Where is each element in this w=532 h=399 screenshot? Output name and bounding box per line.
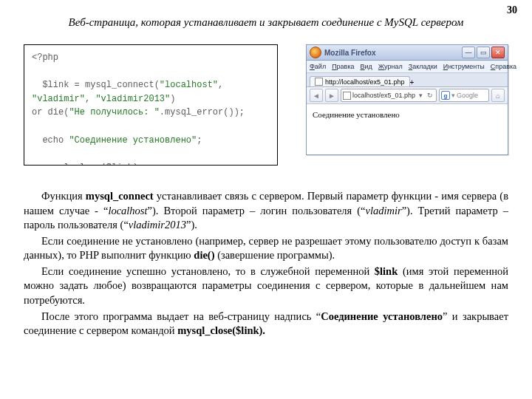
page-number: 30 <box>507 4 517 16</box>
titlebar: Mozilla Firefox — ▭ ✕ <box>307 45 508 61</box>
url-text: localhost/ex5_01.php <box>352 92 415 99</box>
paragraph: Если соединение не установлено (например… <box>24 234 508 263</box>
code-line: <?php <box>32 52 58 63</box>
page-content: Соединение установлено <box>307 104 508 125</box>
back-button[interactable]: ◄ <box>310 89 323 102</box>
menu-help[interactable]: Справка <box>491 63 516 70</box>
paragraph: Функция mysql_connect устанавливает связ… <box>24 189 508 233</box>
body-text: Функция mysql_connect устанавливает связ… <box>24 189 508 340</box>
firefox-icon <box>310 47 321 58</box>
minimize-button[interactable]: — <box>462 47 475 58</box>
browser-window: Mozilla Firefox — ▭ ✕ Файл Правка Вид Жу… <box>306 44 508 155</box>
menu-file[interactable]: Файл <box>310 63 326 70</box>
page-title: Веб-страница, которая устанавливает и за… <box>0 16 532 29</box>
nav-toolbar: ◄ ► localhost/ex5_01.php ▾ ↻ g ▾ Google … <box>307 87 508 104</box>
menu-edit[interactable]: Правка <box>332 63 354 70</box>
menu-bar: Файл Правка Вид Журнал Закладки Инструме… <box>307 61 508 73</box>
menu-view[interactable]: Вид <box>361 63 372 70</box>
addr-dropdown-icon[interactable]: ▾ <box>417 92 424 99</box>
addr-favicon <box>343 92 351 100</box>
maximize-button[interactable]: ▭ <box>477 47 490 58</box>
browser-tab[interactable]: http://localhost/ex5_01.php <box>310 76 410 86</box>
new-tab-button[interactable]: + <box>410 78 415 86</box>
menu-history[interactable]: Журнал <box>378 63 403 70</box>
close-button[interactable]: ✕ <box>491 47 505 58</box>
code-line: $link = mysql_connect( <box>32 80 160 90</box>
search-box[interactable]: g ▾ Google <box>439 89 489 102</box>
forward-button[interactable]: ► <box>325 89 338 102</box>
paragraph: После этого программа выдает на веб-стра… <box>24 310 508 338</box>
page-favicon <box>315 78 323 86</box>
code-listing: <?php $link = mysql_connect("localhost",… <box>24 44 278 166</box>
code-line: mysql_close($link); <box>32 163 143 166</box>
reload-icon[interactable]: ↻ <box>426 92 434 99</box>
search-placeholder: Google <box>457 92 478 99</box>
tab-label: http://localhost/ex5_01.php <box>325 78 405 86</box>
menu-bookmarks[interactable]: Закладки <box>409 63 437 70</box>
google-icon: g <box>441 91 450 100</box>
tab-bar: http://localhost/ex5_01.php + <box>307 73 508 87</box>
app-name: Mozilla Firefox <box>324 49 375 57</box>
search-dropdown-icon[interactable]: ▾ <box>451 92 455 99</box>
paragraph: Если соединение успешно установлено, то … <box>24 265 508 308</box>
address-bar[interactable]: localhost/ex5_01.php ▾ ↻ <box>341 89 437 102</box>
home-button[interactable]: ⌂ <box>491 89 505 102</box>
menu-tools[interactable]: Инструменты <box>443 63 485 70</box>
